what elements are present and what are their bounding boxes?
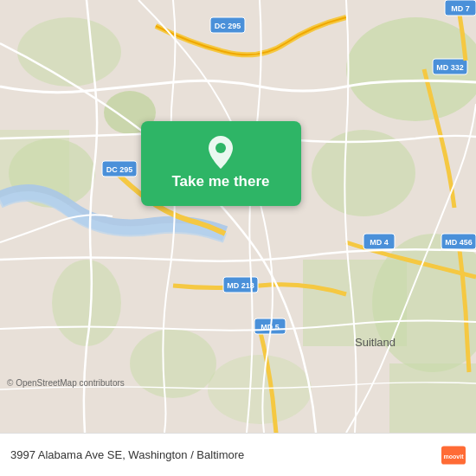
svg-text:moovit: moovit bbox=[444, 453, 465, 460]
svg-point-6 bbox=[52, 260, 121, 346]
svg-point-11 bbox=[17, 17, 121, 87]
map-container[interactable]: DC 295 DC 295 MD 4 MD 5 MD 218 MD 332 MD… bbox=[0, 0, 476, 433]
location-pin-icon bbox=[205, 137, 236, 168]
svg-text:MD 4: MD 4 bbox=[370, 238, 389, 247]
svg-text:DC 295: DC 295 bbox=[215, 22, 241, 30]
button-overlay: Take me there bbox=[134, 121, 307, 206]
take-me-there-label: Take me there bbox=[171, 173, 269, 190]
take-me-there-button[interactable]: Take me there bbox=[141, 121, 301, 206]
svg-text:DC 295: DC 295 bbox=[106, 165, 133, 174]
map-background: DC 295 DC 295 MD 4 MD 5 MD 218 MD 332 MD… bbox=[0, 0, 476, 433]
map-attribution: © OpenStreetMap contributors bbox=[7, 378, 125, 388]
svg-text:MD 218: MD 218 bbox=[227, 281, 254, 290]
address-text: 3997 Alabama Ave SE, Washington / Baltim… bbox=[10, 448, 244, 461]
bottom-bar: 3997 Alabama Ave SE, Washington / Baltim… bbox=[0, 433, 476, 476]
svg-rect-12 bbox=[389, 363, 476, 433]
svg-text:MD 7: MD 7 bbox=[451, 4, 470, 13]
svg-point-9 bbox=[208, 355, 312, 424]
svg-text:Suitland: Suitland bbox=[355, 336, 396, 349]
svg-point-30 bbox=[215, 143, 226, 153]
moovit-icon: moovit bbox=[441, 443, 466, 467]
svg-text:MD 456: MD 456 bbox=[445, 238, 473, 247]
svg-text:MD 332: MD 332 bbox=[436, 63, 464, 72]
moovit-logo: moovit bbox=[441, 443, 466, 467]
attribution-text: © OpenStreetMap contributors bbox=[7, 378, 125, 388]
